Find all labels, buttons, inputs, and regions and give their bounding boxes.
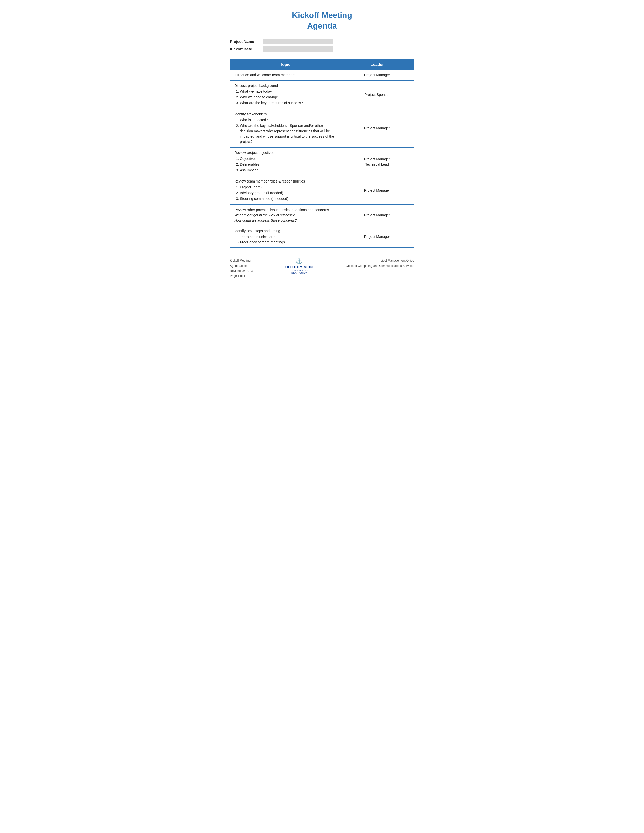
topic-item-2-1: Who are the key stakeholders - Sponsor a…: [240, 123, 336, 145]
topic-main-1: Discuss project background: [234, 84, 278, 88]
topic-cell-0: Introduce and welcome team members: [230, 70, 340, 80]
leader-text-1-0: Project Sponsor: [364, 93, 390, 96]
footer-left-line1: Kickoff Meeting: [230, 258, 253, 263]
topic-item-4-2: Steering committee (if needed): [240, 196, 336, 201]
project-info-section: Project Name Kickoff Date: [230, 39, 414, 52]
col-header-leader: Leader: [340, 60, 414, 70]
odu-logo: ⚓ OLD DOMINION UNIVERSITY IDEA FUSION: [285, 258, 313, 274]
leader-text-6-0: Project Manager: [364, 235, 390, 238]
leader-cell-0: Project Manager: [340, 70, 414, 80]
topic-main-2: Identify stakeholders: [234, 112, 267, 116]
odu-tagline: IDEA FUSION: [290, 272, 308, 274]
topic-item-3-1: Deliverables: [240, 162, 336, 167]
table-row: Discuss project backgroundWhat we have t…: [230, 80, 414, 109]
page-title: Kickoff Meeting Agenda: [230, 10, 414, 31]
project-name-input[interactable]: [262, 39, 333, 44]
footer-left-line4: Page 1 of 1: [230, 273, 253, 278]
kickoff-date-input[interactable]: [262, 46, 333, 52]
project-name-row: Project Name: [230, 39, 414, 44]
topic-italic-5-0: What might get in the way of success?: [234, 212, 336, 218]
title-line2: Agenda: [307, 21, 336, 30]
topic-italic-5-1: How could we address those concerns?: [234, 218, 336, 223]
table-row: Review team member roles & responsibilit…: [230, 176, 414, 205]
kickoff-date-row: Kickoff Date: [230, 46, 414, 52]
leader-text-0-0: Project Manager: [364, 73, 390, 77]
leader-text-3-1: Technical Lead: [365, 162, 389, 166]
leader-cell-3: Project ManagerTechnical Lead: [340, 148, 414, 176]
leader-cell-1: Project Sponsor: [340, 80, 414, 109]
leader-cell-5: Project Manager: [340, 205, 414, 226]
leader-text-3-0: Project Manager: [364, 157, 390, 161]
leader-cell-4: Project Manager: [340, 176, 414, 205]
topic-dash-item-6-0: Team communications: [238, 234, 336, 240]
topic-main-3: Review project objectives: [234, 151, 274, 155]
table-header-row: Topic Leader: [230, 60, 414, 70]
topic-cell-2: Identify stakeholdersWho is impacted?Who…: [230, 109, 340, 148]
topic-cell-5: Review other potential issues, risks, qu…: [230, 205, 340, 226]
odu-sub: UNIVERSITY: [290, 269, 308, 272]
project-name-label: Project Name: [230, 39, 262, 43]
leader-text-2-0: Project Manager: [364, 126, 390, 130]
footer-left: Kickoff Meeting Agenda.docx Revised: 3/1…: [230, 258, 253, 279]
col-header-topic: Topic: [230, 60, 340, 70]
leader-cell-6: Project Manager: [340, 226, 414, 248]
topic-item-3-0: Objectives: [240, 156, 336, 161]
topic-item-3-2: Assumption: [240, 167, 336, 173]
footer-right-line2: Office of Computing and Communications S…: [346, 263, 414, 269]
footer: Kickoff Meeting Agenda.docx Revised: 3/1…: [230, 258, 414, 279]
topic-cell-4: Review team member roles & responsibilit…: [230, 176, 340, 205]
topic-list-4: Project Team-Advisory groups (if needed)…: [234, 185, 336, 201]
title-line1: Kickoff Meeting: [292, 11, 352, 20]
topic-dash-item-6-1: Frequency of team meetings: [238, 240, 336, 245]
footer-right: Project Management Office Office of Comp…: [346, 258, 414, 269]
footer-left-line2: Agenda.docx: [230, 263, 253, 269]
odu-org: OLD DOMINION: [285, 265, 313, 269]
topic-main-5: Review other potential issues, risks, qu…: [234, 208, 329, 212]
topic-item-1-1: Why we need to change: [240, 95, 336, 100]
topic-cell-6: Identify next steps and timingTeam commu…: [230, 226, 340, 248]
topic-item-1-0: What we have today: [240, 89, 336, 94]
topic-dash-list-6: Team communicationsFrequency of team mee…: [234, 234, 336, 245]
topic-main-6: Identify next steps and timing: [234, 229, 280, 233]
kickoff-date-label: Kickoff Date: [230, 47, 262, 51]
topic-item-2-0: Who is impacted?: [240, 117, 336, 123]
table-row: Identify stakeholdersWho is impacted?Who…: [230, 109, 414, 148]
topic-list-1: What we have todayWhy we need to changeW…: [234, 89, 336, 106]
topic-list-2: Who is impacted?Who are the key stakehol…: [234, 117, 336, 145]
topic-main-4: Review team member roles & responsibilit…: [234, 179, 305, 183]
topic-cell-1: Discuss project backgroundWhat we have t…: [230, 80, 340, 109]
topic-cell-3: Review project objectivesObjectivesDeliv…: [230, 148, 340, 176]
topic-item-4-0: Project Team-: [240, 185, 336, 190]
table-row: Review project objectivesObjectivesDeliv…: [230, 148, 414, 176]
topic-main-0: Introduce and welcome team members: [234, 73, 295, 77]
table-row: Identify next steps and timingTeam commu…: [230, 226, 414, 248]
footer-right-line1: Project Management Office: [346, 258, 414, 263]
topic-list-3: ObjectivesDeliverablesAssumption: [234, 156, 336, 173]
odu-name: OLD DOMINION: [285, 265, 313, 269]
table-row: Introduce and welcome team membersProjec…: [230, 70, 414, 80]
agenda-table: Topic Leader Introduce and welcome team …: [230, 60, 414, 248]
footer-center: ⚓ OLD DOMINION UNIVERSITY IDEA FUSION: [285, 258, 313, 274]
leader-cell-2: Project Manager: [340, 109, 414, 148]
topic-item-1-2: What are the key measures of success?: [240, 100, 336, 106]
leader-text-5-0: Project Manager: [364, 213, 390, 217]
table-row: Review other potential issues, risks, qu…: [230, 205, 414, 226]
topic-item-4-1: Advisory groups (if needed): [240, 190, 336, 196]
footer-left-line3: Revised: 3/18/13: [230, 269, 253, 273]
leader-text-4-0: Project Manager: [364, 188, 390, 192]
odu-logo-icon: ⚓: [296, 258, 303, 265]
